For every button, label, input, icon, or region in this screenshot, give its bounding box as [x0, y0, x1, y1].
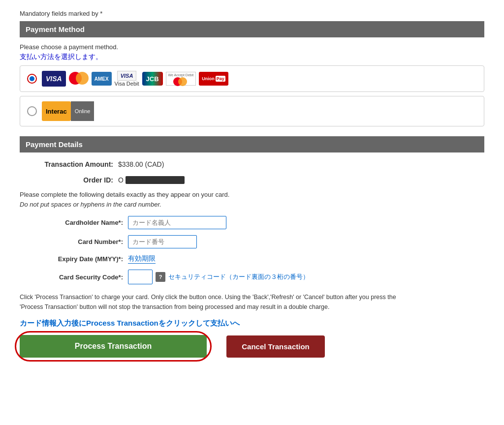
mandatory-note: Mandatory fields marked by *: [20, 10, 484, 17]
payment-option-interac[interactable]: Interac Online: [20, 96, 484, 126]
expiry-link[interactable]: 有効期限: [128, 254, 156, 264]
card-number-input[interactable]: [128, 235, 197, 248]
transaction-amount-row: Transaction Amount: $338.00 (CAD): [20, 158, 484, 170]
cardholder-name-row: Cardholder Name*:: [20, 216, 484, 229]
choose-payment-text: Please choose a payment method.: [20, 43, 484, 51]
button-row: Process Transaction Cancel Transaction: [20, 335, 484, 358]
radio-cards-inner: [30, 76, 34, 81]
warning-text: Click 'Process Transaction' to charge yo…: [20, 292, 404, 312]
cardholder-label: Cardholder Name*:: [20, 219, 128, 226]
mastercard-logo: [69, 72, 89, 86]
order-id-prefix: O: [118, 176, 124, 184]
radio-interac[interactable]: [27, 106, 37, 116]
security-japanese-text: セキュリティコード（カード裏面の３桁の番号）: [168, 273, 309, 281]
transaction-label: Transaction Amount:: [20, 160, 118, 168]
cancel-transaction-button[interactable]: Cancel Transaction: [226, 335, 325, 358]
expiry-date-row: Expiry Date (MMYY)*: 有効期限: [20, 254, 484, 264]
choose-payment-japanese: 支払い方法を選択します。: [20, 53, 484, 61]
radio-cards-selected[interactable]: [27, 74, 37, 84]
payment-method-section: Payment Method Please choose a payment m…: [20, 21, 484, 126]
expiry-label: Expiry Date (MMYY)*:: [20, 255, 128, 263]
order-id-bar: [126, 176, 185, 184]
payment-method-header: Payment Method: [20, 21, 484, 37]
unionpay-logo: UnionPay: [199, 72, 228, 86]
cardholder-name-input[interactable]: [128, 216, 226, 229]
interac-logo-group: Interac Online: [42, 101, 94, 121]
jcb-logo: JCB: [142, 72, 163, 86]
card-instructions: Please complete the following details ex…: [20, 190, 484, 209]
card-logos-group: VISA AMEX VISA Visa Debit JCB We Accept …: [42, 71, 228, 87]
order-id-value: O: [118, 176, 185, 184]
payment-details-header: Payment Details: [20, 136, 484, 152]
cvv-help-icon[interactable]: ?: [156, 272, 165, 282]
security-code-row: Card Security Code*: ? セキュリティコード（カード裏面の３…: [20, 270, 484, 284]
transaction-value: $338.00 (CAD): [118, 160, 164, 168]
security-input-group: ? セキュリティコード（カード裏面の３桁の番号）: [128, 270, 309, 284]
payment-details-section: Payment Details Transaction Amount: $338…: [20, 136, 484, 284]
interac-online-label: Online: [71, 101, 94, 121]
visa-debit-logo: VISA Visa Debit: [115, 71, 139, 87]
security-label: Card Security Code*:: [20, 273, 128, 281]
japanese-instruction: カード情報入力後にProcess Transactionをクリックして支払いへ: [20, 319, 484, 328]
card-number-label: Card Number*:: [20, 238, 128, 245]
security-code-input[interactable]: [128, 270, 153, 284]
visa-logo: VISA: [42, 71, 66, 87]
interac-logo: Interac: [42, 101, 71, 121]
amex-logo: AMEX: [92, 72, 112, 86]
card-number-row: Card Number*:: [20, 235, 484, 248]
order-id-label: Order ID:: [20, 176, 118, 184]
process-transaction-button[interactable]: Process Transaction: [20, 335, 207, 358]
process-btn-wrapper: Process Transaction: [20, 335, 207, 358]
debit-mastercard-logo: We Accept Debit: [166, 72, 196, 86]
order-id-row: Order ID: O: [20, 174, 484, 186]
payment-option-cards[interactable]: VISA AMEX VISA Visa Debit JCB We Accept …: [20, 65, 484, 92]
